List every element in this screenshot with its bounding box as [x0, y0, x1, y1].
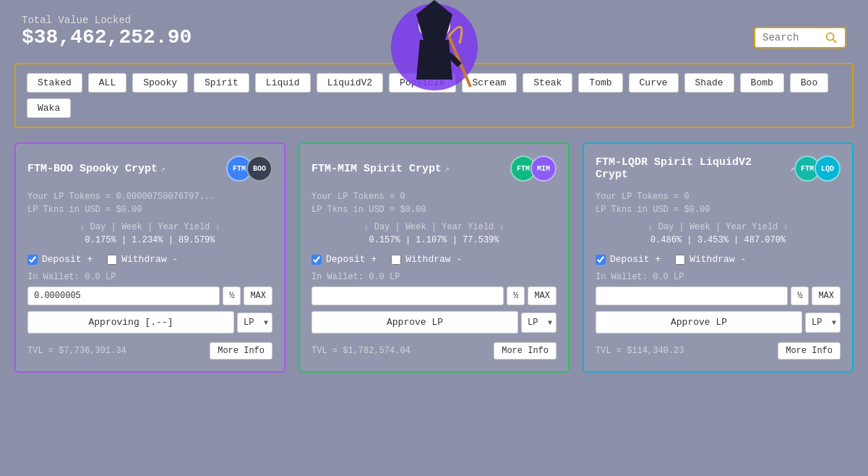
tvl-text: TVL = $7,736,391.34 — [27, 346, 126, 356]
filter-btn-boo[interactable]: Boo — [790, 73, 828, 93]
tvl-text: TVL = $1,782,574.04 — [311, 346, 411, 356]
lp-select-wrapper[interactable]: LP ▼ — [237, 313, 272, 333]
svg-line-12 — [833, 40, 837, 43]
amount-input[interactable] — [27, 286, 220, 305]
lp-usd-info: LP Tkns in USD = $0.00 — [27, 205, 272, 215]
deposit-label[interactable]: Deposit + — [311, 254, 377, 265]
amount-input[interactable] — [311, 286, 504, 305]
card-title: FTM-MIM Spirit Crypt ↗ — [311, 163, 450, 175]
lp-select-wrapper[interactable]: LP ▼ — [805, 313, 841, 333]
half-button[interactable]: ½ — [223, 286, 241, 305]
yield-header: ↓ Day | Week | Year Yield ↓ — [27, 222, 272, 232]
lp-tokens-info: Your LP Tokens = 0 — [596, 192, 841, 202]
svg-marker-7 — [416, 40, 452, 80]
half-button[interactable]: ½ — [507, 286, 525, 305]
input-row: ½ MAX — [596, 286, 841, 305]
max-button[interactable]: MAX — [244, 286, 272, 305]
approve-button[interactable]: Approving [.--] — [27, 311, 234, 333]
external-link-icon: ↗ — [444, 164, 450, 174]
filter-btn-steak[interactable]: Steak — [523, 73, 572, 93]
filter-btn-staked[interactable]: Staked — [27, 73, 82, 93]
checkbox-row: Deposit + Withdraw - — [311, 254, 557, 265]
filter-btn-bomb[interactable]: Bomb — [740, 73, 784, 93]
card-footer: TVL = $7,736,391.34 More Info — [27, 342, 272, 360]
checkbox-row: Deposit + Withdraw - — [27, 254, 272, 265]
external-link-icon: ↗ — [789, 164, 794, 174]
token2-icon: BOO — [246, 156, 272, 182]
lp-select[interactable]: LP — [521, 313, 557, 333]
token-icons: FTM LQD — [794, 156, 841, 182]
input-row: ½ MAX — [27, 286, 272, 305]
token2-icon: LQD — [815, 156, 841, 182]
more-info-button[interactable]: More Info — [494, 342, 557, 360]
yield-values: 0.157% | 1.107% | 77.539% — [311, 235, 557, 245]
max-button[interactable]: MAX — [528, 286, 557, 305]
filter-btn-tomb[interactable]: Tomb — [578, 73, 622, 93]
wallet-label: In Wallet: 0.0 LP — [311, 272, 557, 282]
withdraw-label[interactable]: Withdraw - — [675, 254, 746, 265]
half-button[interactable]: ½ — [791, 286, 809, 305]
cards-container: FTM-BOO Spooky Crypt ↗ FTM BOO Your LP T… — [0, 135, 868, 387]
token-icons: FTM MIM — [510, 156, 557, 182]
filter-btn-liquid[interactable]: Liquid — [255, 73, 311, 93]
card-card2: FTM-MIM Spirit Crypt ↗ FTM MIM Your LP T… — [298, 143, 570, 373]
amount-input[interactable] — [596, 286, 788, 305]
approve-button[interactable]: Approve LP — [596, 311, 802, 333]
svg-point-11 — [827, 33, 834, 41]
max-button[interactable]: MAX — [812, 286, 841, 305]
yield-values: 0.175% | 1.234% | 89.579% — [27, 235, 272, 245]
card-title: FTM-LQDR Spirit LiquidV2 Crypt ↗ — [596, 156, 794, 181]
search-icon — [825, 31, 838, 44]
checkbox-row: Deposit + Withdraw - — [596, 254, 841, 265]
tvl-label: Total Value Locked — [22, 14, 192, 26]
filter-btn-spirit[interactable]: Spirit — [194, 73, 249, 93]
token-icons: FTM BOO — [226, 156, 272, 182]
header: Total Value Locked $38,462,252.90 — [0, 0, 868, 56]
external-link-icon: ↗ — [160, 164, 166, 174]
input-row: ½ MAX — [311, 286, 557, 305]
wallet-label: In Wallet: 0.0 LP — [596, 272, 841, 282]
mascot — [387, 0, 481, 94]
lp-select-wrapper[interactable]: LP ▼ — [521, 313, 557, 333]
action-row: Approve LP LP ▼ — [311, 311, 557, 333]
filter-btn-liquidv2[interactable]: LiquidV2 — [317, 73, 383, 93]
yield-header: ↓ Day | Week | Year Yield ↓ — [311, 222, 557, 232]
approve-button[interactable]: Approve LP — [311, 311, 518, 333]
lp-select[interactable]: LP — [805, 313, 841, 333]
withdraw-checkbox[interactable] — [107, 255, 117, 265]
yield-values: 0.486% | 3.453% | 487.070% — [596, 235, 841, 245]
more-info-button[interactable]: More Info — [210, 342, 272, 360]
withdraw-checkbox[interactable] — [391, 255, 401, 265]
withdraw-checkbox[interactable] — [675, 255, 685, 265]
deposit-label[interactable]: Deposit + — [27, 254, 93, 265]
card-footer: TVL = $114,340.23 More Info — [596, 342, 841, 360]
wallet-label: In Wallet: 0.0 LP — [27, 272, 272, 282]
search-box[interactable] — [754, 27, 846, 48]
more-info-button[interactable]: More Info — [778, 342, 841, 360]
tvl-text: TVL = $114,340.23 — [596, 346, 684, 356]
deposit-checkbox[interactable] — [27, 255, 38, 265]
header-left: Total Value Locked $38,462,252.90 — [22, 14, 192, 48]
card-title: FTM-BOO Spooky Crypt ↗ — [27, 163, 166, 175]
deposit-checkbox[interactable] — [596, 255, 606, 265]
card-header: FTM-BOO Spooky Crypt ↗ FTM BOO — [27, 156, 272, 182]
filter-btn-spooky[interactable]: Spooky — [132, 73, 188, 93]
card-header: FTM-LQDR Spirit LiquidV2 Crypt ↗ FTM LQD — [596, 156, 841, 182]
lp-usd-info: LP Tkns in USD = $0.00 — [311, 205, 557, 215]
deposit-checkbox[interactable] — [311, 255, 322, 265]
filter-btn-curve[interactable]: Curve — [629, 73, 679, 93]
card-footer: TVL = $1,782,574.04 More Info — [311, 342, 557, 360]
filter-btn-all[interactable]: ALL — [88, 73, 126, 93]
card-header: FTM-MIM Spirit Crypt ↗ FTM MIM — [311, 156, 557, 182]
yield-header: ↓ Day | Week | Year Yield ↓ — [596, 222, 841, 232]
filter-btn-shade[interactable]: Shade — [684, 73, 734, 93]
deposit-label[interactable]: Deposit + — [596, 254, 661, 265]
card-card3: FTM-LQDR Spirit LiquidV2 Crypt ↗ FTM LQD… — [583, 143, 854, 373]
lp-select[interactable]: LP — [237, 313, 272, 333]
token2-icon: MIM — [530, 156, 557, 182]
withdraw-label[interactable]: Withdraw - — [107, 254, 178, 265]
withdraw-label[interactable]: Withdraw - — [391, 254, 462, 265]
lp-tokens-info: Your LP Tokens = 0.00000750076797... — [27, 192, 272, 202]
filter-btn-waka[interactable]: Waka — [27, 98, 71, 118]
search-input[interactable] — [762, 32, 820, 43]
